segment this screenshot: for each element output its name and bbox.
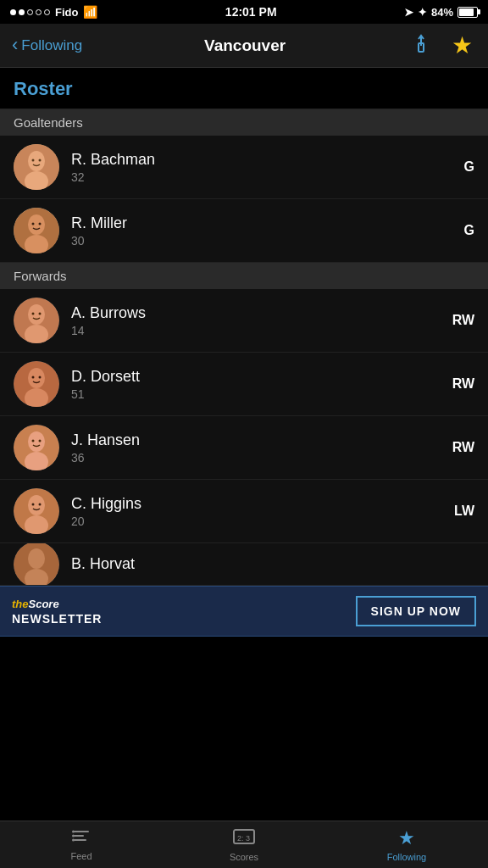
avatar-face-icon [14, 488, 59, 534]
status-time: 12:01 PM [225, 5, 277, 19]
page-title: Vancouver [204, 36, 286, 55]
svg-point-16 [39, 313, 42, 315]
player-info: B. Horvat [71, 555, 474, 573]
svg-point-23 [28, 431, 45, 452]
thescore-logo: theScore [12, 598, 102, 610]
following-star-icon: ★ [398, 827, 415, 849]
player-position: RW [449, 376, 474, 392]
svg-point-6 [39, 159, 42, 162]
player-row[interactable]: D. Dorsett 51 RW [0, 353, 488, 416]
player-name: D. Dorsett [71, 368, 449, 386]
svg-text:3: 3 [246, 834, 250, 843]
avatar [14, 361, 59, 407]
avatar-face-icon [14, 144, 59, 190]
tab-feed-label: Feed [70, 851, 92, 861]
svg-point-8 [28, 214, 45, 235]
bluetooth-icon: ✦ [418, 6, 427, 19]
feed-icon [72, 829, 91, 849]
svg-point-15 [32, 313, 35, 315]
category-forwards: Forwards [0, 263, 488, 289]
svg-point-39 [72, 834, 75, 837]
svg-point-33 [28, 548, 45, 569]
player-row[interactable]: R. Bachman 32 G [0, 136, 488, 199]
svg-rect-36 [74, 835, 84, 837]
svg-point-25 [32, 440, 35, 442]
player-position: G [449, 223, 474, 238]
player-name: J. Hansen [71, 431, 449, 449]
wifi-icon: 📶 [83, 5, 97, 19]
player-number: 14 [71, 324, 449, 337]
nav-bar: ‹ Following Vancouver ★ [0, 24, 488, 68]
avatar [14, 144, 59, 190]
star-icon: ★ [452, 32, 473, 58]
player-info: J. Hansen 36 [71, 431, 449, 465]
share-icon [411, 34, 431, 54]
svg-point-10 [32, 223, 35, 225]
tab-following-label: Following [387, 852, 426, 862]
avatar [14, 425, 59, 470]
avatar-face-icon [14, 361, 59, 407]
player-row[interactable]: R. Miller 30 G [0, 199, 488, 263]
battery-fill [459, 8, 474, 16]
player-info: R. Bachman 32 [71, 151, 449, 184]
avatar [14, 543, 59, 586]
player-position: LW [449, 504, 474, 519]
nav-actions: ★ [408, 28, 476, 63]
back-chevron-icon: ‹ [12, 34, 18, 56]
player-name: R. Miller [71, 214, 449, 232]
roster-header: Roster [0, 68, 488, 109]
player-row-partial[interactable]: B. Horvat [0, 543, 488, 586]
player-number: 36 [71, 451, 449, 465]
player-row[interactable]: A. Burrows 14 RW [0, 289, 488, 353]
player-name: A. Burrows [71, 304, 449, 322]
share-button[interactable] [408, 31, 435, 60]
roster-title: Roster [14, 78, 73, 99]
category-goaltenders: Goaltenders [0, 109, 488, 136]
newsletter-label: NEWSLETTER [12, 612, 102, 626]
svg-point-18 [28, 368, 45, 388]
player-row[interactable]: C. Higgins 20 LW [0, 480, 488, 543]
svg-point-26 [39, 440, 42, 442]
dot-2 [19, 9, 25, 15]
carrier-label: Fido [55, 6, 78, 19]
status-right: ➤ ✦ 84% [404, 6, 478, 19]
svg-text::: : [241, 834, 244, 843]
player-position: RW [449, 313, 474, 328]
dot-1 [10, 9, 16, 15]
avatar [14, 208, 59, 253]
player-position: G [449, 159, 474, 175]
ad-banner: theScore NEWSLETTER SIGN UP NOW [0, 586, 488, 637]
svg-point-11 [39, 223, 42, 225]
svg-rect-37 [74, 839, 86, 841]
favorite-button[interactable]: ★ [448, 28, 476, 63]
signal-dots [10, 9, 50, 15]
status-left: Fido 📶 [10, 5, 97, 19]
player-row[interactable]: J. Hansen 36 RW [0, 416, 488, 480]
svg-point-28 [28, 495, 45, 515]
svg-point-31 [39, 504, 42, 506]
player-info: D. Dorsett 51 [71, 368, 449, 401]
battery-icon [458, 7, 478, 18]
avatar-face-icon [14, 298, 59, 343]
ad-branding: theScore NEWSLETTER [12, 598, 102, 626]
tab-scores-label: Scores [230, 852, 258, 862]
tab-feed[interactable]: Feed [0, 826, 163, 865]
battery-body [458, 7, 478, 18]
svg-point-5 [32, 159, 35, 162]
svg-point-38 [72, 830, 75, 832]
svg-point-13 [28, 304, 45, 325]
tab-following[interactable]: ★ Following [325, 824, 488, 865]
back-button[interactable]: ‹ Following [12, 36, 82, 56]
player-name: C. Higgins [71, 495, 449, 513]
avatar-face-icon [14, 543, 59, 586]
player-info: A. Burrows 14 [71, 304, 449, 337]
player-number: 20 [71, 515, 449, 528]
avatar-face-icon [14, 208, 59, 253]
dot-5 [44, 9, 50, 15]
svg-point-30 [32, 504, 35, 506]
tab-bar: Feed 2 : 3 Scores ★ Following [0, 821, 488, 868]
tab-scores[interactable]: 2 : 3 Scores [163, 825, 325, 865]
player-number: 51 [71, 387, 449, 401]
sign-up-button[interactable]: SIGN UP NOW [356, 596, 476, 626]
player-number: 32 [71, 170, 449, 184]
